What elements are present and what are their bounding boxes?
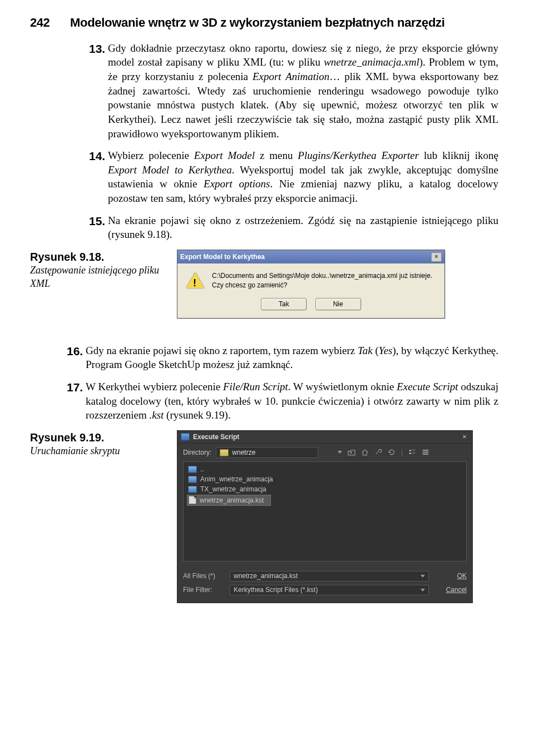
figure-number: Rysunek 9.18. (30, 251, 104, 263)
app-icon (181, 433, 190, 441)
text: Czy chcesz go zamienić? (212, 281, 287, 289)
filename: wnetrze_animacja.xml (324, 56, 419, 68)
dropdown-icon[interactable] (421, 589, 425, 591)
list-view-icon[interactable] (408, 449, 416, 456)
figure-caption: Rysunek 9.19. Uruchamianie skryptu (30, 430, 177, 458)
text: Na ekranie pojawi się okno z ostrzeżenie… (108, 215, 498, 241)
no-button[interactable]: Nie (315, 298, 361, 310)
item-body: W Kerkythei wybierz polecenie File/Run S… (86, 380, 498, 422)
svg-rect-1 (409, 453, 412, 455)
file-filter-select[interactable]: Kerkythea Script Files (*.kst) (230, 585, 429, 595)
item-number: 14. (89, 148, 106, 206)
home-icon[interactable] (361, 449, 369, 456)
dialog-title: Export Model to Kerkythea (180, 252, 265, 261)
list-item: 17. W Kerkythei wybierz polecenie File/R… (67, 380, 498, 422)
item-body: Gdy na ekranie pojawi się okno z raporte… (86, 344, 498, 372)
export-confirm-dialog: Export Model to Kerkythea × C:\Documents… (177, 250, 445, 319)
directory-label: Directory: (183, 448, 211, 457)
folder-icon (188, 466, 197, 473)
button-name: Yes (379, 345, 393, 356)
figure-description: Zastępowanie istniejącego pliku XML (30, 265, 159, 289)
close-icon[interactable]: × (459, 432, 472, 442)
all-files-label: All Files (*) (183, 571, 226, 580)
text: lub kliknij ikonę (419, 150, 498, 161)
folder-item[interactable]: TX_wnetrze_animacja (187, 484, 463, 494)
menu-path: Plugins/Kerkythea Exporter (298, 150, 419, 161)
tool-icon[interactable] (374, 449, 382, 456)
warning-icon (186, 272, 205, 289)
text: C:\Documents and Settings\Moje doku..\wn… (212, 272, 432, 280)
item-number: 17. (67, 380, 83, 422)
dropdown-icon[interactable] (338, 451, 342, 454)
svg-rect-5 (423, 452, 429, 453)
list-item: 13. Gdy dokładnie przeczytasz okno rapor… (89, 41, 498, 141)
yes-button[interactable]: Tak (261, 298, 306, 310)
dropdown-icon[interactable] (421, 575, 425, 578)
folder-icon (220, 449, 229, 456)
figure-caption: Rysunek 9.18. Zastępowanie istniejącego … (30, 250, 177, 290)
text: . W wyświetlonym oknie (288, 381, 397, 392)
text: (rysunek 9.19). (164, 409, 230, 421)
file-filter-value: Kerkythea Script Files (*.kst) (234, 585, 318, 594)
text: z menu (255, 150, 298, 161)
window-name: Export options (204, 178, 270, 190)
parent-folder-item[interactable]: .. (187, 464, 463, 474)
text: Wybierz polecenie (108, 150, 194, 161)
folder-item[interactable]: Anim_wnetrze_animacja (187, 474, 463, 484)
file-name: .. (200, 465, 204, 474)
detail-view-icon[interactable] (422, 449, 429, 456)
item-body: Gdy dokładnie przeczytasz okno raportu, … (108, 41, 498, 141)
list-item: 14. Wybierz polecenie Export Model z men… (89, 148, 498, 206)
svg-rect-3 (412, 453, 415, 454)
file-item-selected[interactable]: wnetrze_animacja.kst (187, 495, 271, 506)
execute-script-dialog: Execute Script × Directory: wnetrze (177, 430, 473, 603)
ok-button[interactable]: OK (432, 571, 467, 580)
window-name: Execute Script (397, 381, 458, 392)
file-name: TX_wnetrze_animacja (200, 485, 266, 494)
list-item: 15. Na ekranie pojawi się okno z ostrzeż… (89, 213, 498, 242)
file-name: Anim_wnetrze_animacja (200, 475, 273, 484)
figure-number: Rysunek 9.19. (30, 431, 104, 444)
folder-icon (188, 476, 197, 483)
file-extension: .kst (149, 409, 164, 421)
text: Gdy na ekranie pojawi się okno z raporte… (86, 345, 358, 356)
file-icon (189, 496, 196, 504)
menu-path: File/Run Script (223, 381, 288, 392)
command-name: Export Animation (253, 71, 329, 82)
filename-value: wnetrze_animacja.kst (234, 571, 298, 580)
list-item: 16. Gdy na ekranie pojawi się okno z rap… (67, 344, 498, 372)
page-number: 242 (30, 14, 70, 31)
item-number: 16. (67, 344, 83, 372)
book-title: Modelowanie wnętrz w 3D z wykorzystaniem… (70, 14, 445, 31)
item-number: 15. (89, 213, 106, 242)
command-name: Export Model to Kerkythea (108, 164, 232, 176)
item-number: 13. (89, 41, 106, 141)
file-name: wnetrze_animacja.kst (200, 496, 264, 505)
command-name: Export Model (194, 150, 255, 161)
dialog-message: C:\Documents and Settings\Moje doku..\wn… (212, 271, 432, 290)
page-header: 242 Modelowanie wnętrz w 3D z wykorzysta… (30, 14, 504, 31)
directory-input[interactable]: wnetrze (216, 447, 318, 458)
up-folder-icon[interactable] (348, 449, 355, 456)
file-filter-label: File Filter: (183, 585, 226, 594)
text: W Kerkythei wybierz polecenie (86, 381, 223, 392)
folder-icon (188, 486, 197, 493)
figure-description: Uruchamianie skryptu (30, 445, 120, 456)
dialog-title: Execute Script (193, 432, 239, 441)
item-body: Wybierz polecenie Export Model z menu Pl… (108, 148, 498, 206)
button-name: Tak (358, 345, 373, 356)
file-list[interactable]: .. Anim_wnetrze_animacja TX_wnetrze_anim… (183, 461, 467, 561)
svg-rect-2 (412, 450, 415, 451)
close-icon[interactable]: × (431, 252, 442, 262)
svg-rect-0 (409, 450, 412, 452)
svg-rect-4 (423, 450, 429, 451)
text: ( (373, 345, 379, 356)
refresh-icon[interactable] (388, 449, 395, 456)
svg-rect-6 (423, 454, 429, 455)
dialog-titlebar[interactable]: Export Model to Kerkythea × (177, 250, 444, 263)
dialog-titlebar[interactable]: Execute Script × (177, 431, 472, 444)
directory-value: wnetrze (232, 448, 255, 457)
item-body: Na ekranie pojawi się okno z ostrzeżenie… (108, 213, 498, 242)
cancel-button[interactable]: Cancel (432, 585, 467, 594)
filename-input[interactable]: wnetrze_animacja.kst (230, 571, 429, 581)
